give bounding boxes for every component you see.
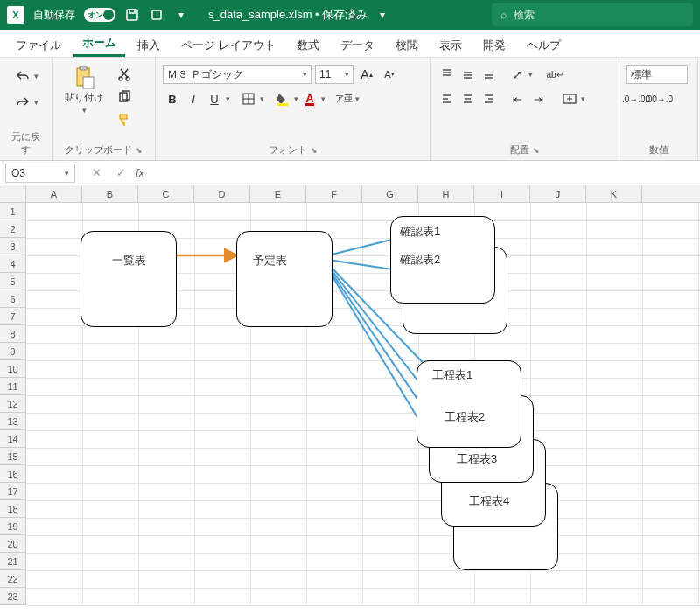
font-name-select[interactable]: ＭＳ Ｐゴシック▾ (163, 65, 312, 84)
font-size-select[interactable]: 11▾ (315, 65, 354, 84)
col-header[interactable]: D (194, 185, 250, 202)
align-bottom-button[interactable] (480, 65, 499, 84)
autosave-toggle[interactable]: オン (84, 8, 116, 22)
increase-font-icon[interactable]: A▴ (357, 65, 376, 84)
align-left-button[interactable] (438, 89, 457, 108)
row-header[interactable]: 8 (0, 325, 26, 343)
col-header[interactable]: F (306, 185, 362, 202)
qat-dropdown-icon[interactable]: ▾ (173, 7, 189, 23)
format-painter-button[interactable] (114, 110, 135, 129)
col-header[interactable]: A (26, 185, 82, 202)
cancel-formula-icon[interactable]: ✕ (87, 164, 106, 183)
svg-rect-1 (130, 10, 135, 13)
decrease-indent-button[interactable]: ⇤ (508, 89, 527, 108)
name-box[interactable]: O3▾ (5, 164, 75, 183)
decrease-font-icon[interactable]: A▾ (380, 65, 399, 84)
autosave-label: 自動保存 (33, 8, 75, 23)
increase-indent-button[interactable]: ⇥ (528, 89, 548, 108)
row-header[interactable]: 11 (0, 378, 26, 395)
fx-icon[interactable]: fx (136, 166, 144, 179)
row-header[interactable]: 16 (0, 465, 26, 483)
row-header[interactable]: 19 (0, 518, 26, 535)
align-top-button[interactable] (438, 65, 457, 84)
tab-insert[interactable]: 挿入 (129, 32, 169, 57)
tab-view[interactable]: 表示 (430, 32, 471, 57)
row-header[interactable]: 20 (0, 535, 26, 553)
search-box[interactable]: ⌕ 検索 (492, 3, 693, 26)
shape-confirm1[interactable]: 確認表1確認表2 (390, 216, 495, 304)
group-font-label: フォント (269, 143, 307, 157)
cut-button[interactable] (114, 65, 135, 84)
phonetic-button[interactable]: ア亜 (334, 89, 354, 108)
row-header[interactable]: 18 (0, 500, 26, 518)
file-name[interactable]: s_data_sample.xlsm • 保存済み (208, 7, 368, 23)
row-header[interactable]: 22 (0, 570, 26, 588)
underline-button[interactable]: U (205, 89, 224, 108)
row-header[interactable]: 3 (0, 238, 26, 255)
font-color-button[interactable]: A (300, 89, 319, 108)
tab-dev[interactable]: 開発 (474, 32, 514, 57)
undo-button[interactable] (13, 66, 32, 86)
tab-file[interactable]: ファイル (7, 32, 70, 57)
align-middle-button[interactable] (458, 65, 478, 84)
search-placeholder: 検索 (514, 8, 535, 23)
cells-area[interactable]: 一覧表 予定表 確認表1確認表2 工程表1 工程表2 工程表3 工程表4 (26, 203, 700, 605)
row-header[interactable]: 2 (0, 220, 26, 238)
row-header[interactable]: 12 (0, 395, 26, 413)
col-header[interactable]: J (530, 185, 586, 202)
align-center-button[interactable] (458, 89, 478, 108)
col-header[interactable]: I (474, 185, 530, 202)
align-launcher-icon[interactable]: ⬊ (533, 146, 540, 155)
paste-button[interactable]: 貼り付け▾ (60, 61, 108, 118)
font-launcher-icon[interactable]: ⬊ (311, 146, 318, 155)
clipboard-launcher-icon[interactable]: ⬊ (136, 146, 143, 155)
row-header[interactable]: 14 (0, 430, 26, 448)
align-right-button[interactable] (480, 89, 499, 108)
increase-decimal-button[interactable]: .00→.0 (649, 89, 668, 108)
shape-schedule[interactable]: 予定表 (236, 231, 332, 327)
tab-layout[interactable]: ページ レイアウト (172, 32, 284, 57)
col-header[interactable]: C (138, 185, 194, 202)
bold-button[interactable]: B (163, 89, 182, 108)
qat-more-icon[interactable] (149, 7, 164, 23)
row-header[interactable]: 7 (0, 308, 26, 325)
number-format-select[interactable]: 標準 (626, 65, 688, 84)
col-header[interactable]: E (250, 185, 306, 202)
redo-button[interactable] (13, 93, 32, 112)
row-header[interactable]: 17 (0, 483, 26, 500)
border-button[interactable] (239, 89, 258, 108)
row-header[interactable]: 15 (0, 448, 26, 465)
row-header[interactable]: 1 (0, 203, 26, 220)
tab-help[interactable]: ヘルプ (518, 32, 570, 57)
tab-home[interactable]: ホーム (74, 30, 125, 57)
decrease-decimal-button[interactable]: .0→.00 (626, 89, 646, 108)
col-header[interactable]: K (586, 185, 642, 202)
row-header[interactable]: 5 (0, 273, 26, 290)
row-header[interactable]: 6 (0, 290, 26, 308)
merge-button[interactable] (560, 89, 579, 108)
select-all-button[interactable] (0, 185, 26, 202)
copy-button[interactable] (114, 87, 135, 107)
tab-data[interactable]: データ (332, 32, 383, 57)
tab-review[interactable]: 校閲 (387, 32, 427, 57)
shape-process-labels[interactable]: 工程表1 工程表2 工程表3 工程表4 (416, 360, 522, 527)
row-header[interactable]: 21 (0, 553, 26, 570)
shape-list[interactable]: 一覧表 (80, 231, 177, 327)
tab-formula[interactable]: 数式 (288, 32, 328, 57)
wrap-text-button[interactable]: ab↵ (545, 65, 564, 84)
save-icon[interactable] (124, 7, 140, 23)
svg-point-7 (126, 77, 130, 80)
row-header[interactable]: 13 (0, 413, 26, 430)
orientation-button[interactable]: ⤢ (508, 65, 527, 84)
row-header[interactable]: 23 (0, 588, 26, 605)
row-header[interactable]: 4 (0, 255, 26, 273)
fill-color-button[interactable] (273, 89, 292, 108)
row-header[interactable]: 10 (0, 360, 26, 378)
col-header[interactable]: H (418, 185, 474, 202)
row-header[interactable]: 9 (0, 343, 26, 360)
formula-input[interactable] (150, 164, 700, 183)
col-header[interactable]: G (362, 185, 418, 202)
italic-button[interactable]: I (184, 89, 203, 108)
col-header[interactable]: B (82, 185, 138, 202)
enter-formula-icon[interactable]: ✓ (111, 164, 130, 183)
